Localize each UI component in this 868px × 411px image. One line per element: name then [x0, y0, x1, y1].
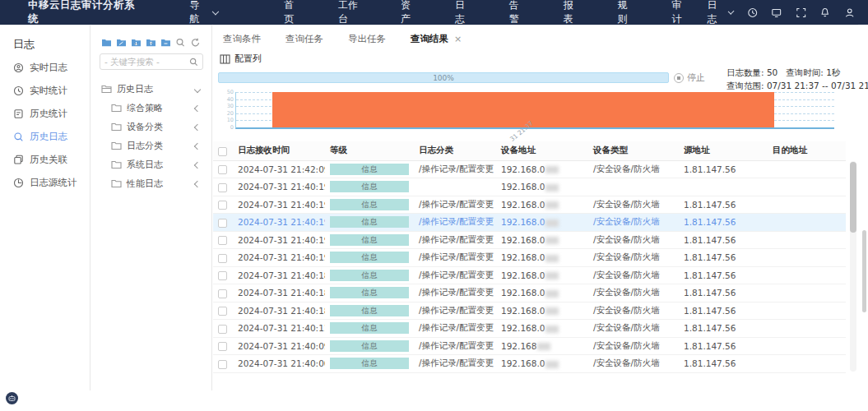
configure-columns-button[interactable]: 配置列 — [220, 53, 262, 65]
cell-device-addr: 192.168.0 — [496, 302, 588, 320]
menu-item-workbench[interactable]: 工作台 — [319, 0, 382, 26]
cell-dst-addr — [768, 355, 846, 373]
row-checkbox[interactable] — [218, 325, 227, 334]
menu-item-logs[interactable]: 日志 — [436, 0, 490, 26]
table-row[interactable]: 2024-07-31 21:42:09 715信息/操作记录/配置变更192.1… — [213, 160, 846, 178]
sidebar-item-history-log[interactable]: 历史日志 — [13, 127, 90, 145]
table-row[interactable]: 2024-07-31 21:40:18 914信息/操作记录/配置变更192.1… — [213, 266, 846, 284]
row-checkbox[interactable] — [218, 307, 227, 316]
table-scrollbar[interactable] — [850, 161, 856, 372]
page-scrollbar[interactable] — [862, 25, 866, 411]
tree-toolbar — [101, 35, 211, 45]
tree-node-performance-log[interactable]: 性能日志 — [91, 174, 211, 193]
chevron-collapse-icon[interactable] — [194, 142, 201, 149]
chevron-down-icon[interactable] — [194, 85, 201, 92]
table-row[interactable]: 2024-07-31 21:40:19 516信息/操作记录/配置变更192.1… — [213, 196, 846, 214]
sidebar-item-history-relation[interactable]: 历史关联 — [13, 150, 90, 169]
tab-query-results[interactable]: 查询结果 × — [411, 33, 462, 45]
cell-device-addr: 192.168.0 — [496, 320, 588, 338]
cell-src-addr: 1.81.147.56 — [679, 266, 768, 284]
cell-device-type: /安全设备/防火墙 — [588, 231, 679, 249]
search-icon[interactable] — [189, 58, 198, 67]
tab-query-conditions[interactable]: 查询条件 — [223, 33, 261, 45]
table-row[interactable]: 2024-07-31 21:40:18 897信息/操作记录/配置变更192.1… — [213, 302, 846, 320]
row-checkbox[interactable] — [218, 236, 227, 245]
row-checkbox[interactable] — [218, 254, 227, 263]
cell-log-category: /操作记录/配置变更 — [414, 284, 496, 302]
table-row[interactable]: 2024-07-31 21:40:11 248信息/操作记录/配置变更192.1… — [213, 320, 846, 338]
cell-device-addr: 192.168.0 — [496, 266, 588, 284]
table-row[interactable]: 2024-07-31 21:40:06 882信息/操作记录/配置变更192.1… — [213, 355, 846, 373]
level-badge: 信息 — [330, 270, 409, 281]
page-scrollbar-thumb[interactable] — [862, 230, 866, 312]
nav-dropdown[interactable]: 导航 — [189, 0, 217, 26]
sidebar-item-log-source-stats[interactable]: 日志源统计 — [13, 173, 90, 192]
cell-log-time: 2024-07-31 21:40:18 914 — [233, 266, 325, 284]
menu-item-audit[interactable]: 审计 — [653, 0, 708, 26]
tree-node-history-log[interactable]: 历史日志 — [91, 80, 211, 99]
topbar-right-cluster: 日志 — [708, 0, 855, 26]
table-scrollbar-thumb[interactable] — [850, 162, 856, 233]
fullscreen-icon[interactable] — [796, 7, 806, 19]
refresh-icon[interactable] — [190, 35, 201, 45]
folder-icon — [111, 141, 122, 150]
folder-delete-icon[interactable] — [160, 35, 171, 45]
chevron-collapse-icon[interactable] — [194, 161, 201, 168]
row-checkbox[interactable] — [218, 342, 227, 351]
row-checkbox[interactable] — [218, 219, 227, 228]
tree-node-system-log[interactable]: 系统日志 — [91, 155, 211, 174]
search-icon[interactable] — [175, 35, 186, 45]
chevron-collapse-icon[interactable] — [194, 104, 201, 111]
row-checkbox[interactable] — [218, 271, 227, 280]
context-dropdown[interactable]: 日志 — [708, 0, 734, 26]
row-checkbox[interactable] — [218, 165, 227, 174]
tree-node-composite-policy[interactable]: 综合策略 — [91, 99, 211, 118]
level-badge: 信息 — [330, 199, 409, 210]
cell-log-time: 2024-07-31 21:40:18 897 — [233, 302, 325, 320]
chevron-collapse-icon[interactable] — [194, 180, 201, 187]
sidebar-item-label: 历史关联 — [30, 154, 67, 166]
select-all-checkbox[interactable] — [218, 147, 227, 156]
close-icon[interactable]: × — [454, 34, 462, 44]
clock-icon[interactable] — [747, 7, 758, 19]
table-row[interactable]: 2024-07-31 21:40:09 329信息/操作记录/配置变更192.1… — [213, 337, 846, 355]
tree-node-device-category[interactable]: 设备分类 — [91, 118, 211, 136]
tab-query-tasks[interactable]: 查询任务 — [285, 33, 323, 45]
folder-add-icon[interactable] — [101, 35, 112, 45]
cell-dst-addr — [768, 231, 846, 249]
menu-item-assets[interactable]: 资产 — [382, 0, 436, 26]
folder-edit-icon[interactable] — [116, 35, 127, 45]
menu-item-rules[interactable]: 规则 — [599, 0, 653, 26]
row-checkbox[interactable] — [218, 183, 227, 192]
table-row[interactable]: 2024-07-31 21:40:19 564信息192.168.0 — [213, 178, 846, 196]
sidebar-item-history-stats[interactable]: 历史统计 — [13, 104, 90, 122]
table-row[interactable]: 2024-07-31 21:40:19 008信息/操作记录/配置变更192.1… — [213, 249, 846, 267]
menu-item-reports[interactable]: 报表 — [545, 0, 599, 26]
tree-node-label: 历史日志 — [117, 83, 153, 95]
sidebar-item-realtime-stats[interactable]: 实时统计 — [13, 81, 90, 99]
table-row[interactable]: 2024-07-31 21:40:19 516信息/操作记录/配置变更192.1… — [213, 214, 846, 232]
tab-export-tasks[interactable]: 导出任务 — [348, 33, 386, 45]
stop-button[interactable]: 停止 — [674, 72, 705, 84]
realtime-log-icon — [13, 62, 24, 73]
menu-item-home[interactable]: 首页 — [265, 0, 319, 26]
cell-log-time: 2024-07-31 21:40:19 516 — [233, 196, 325, 214]
monitor-icon[interactable] — [771, 7, 782, 19]
table-row[interactable]: 2024-07-31 21:40:19 059信息/操作记录/配置变更192.1… — [213, 231, 846, 249]
assistant-floating-button[interactable] — [6, 392, 18, 404]
row-checkbox[interactable] — [218, 360, 227, 369]
row-checkbox[interactable] — [218, 289, 227, 298]
table-row[interactable]: 2024-07-31 21:40:18 914信息/操作记录/配置变更192.1… — [213, 284, 846, 302]
folder-import-icon[interactable] — [131, 35, 142, 45]
chevron-collapse-icon[interactable] — [194, 123, 201, 130]
keyword-search-input[interactable] — [104, 57, 189, 67]
sidebar-item-realtime-log[interactable]: 实时日志 — [13, 58, 90, 76]
bell-icon[interactable] — [819, 7, 830, 19]
folder-export-icon[interactable] — [146, 35, 156, 45]
user-icon[interactable] — [844, 7, 855, 19]
tree-node-log-category[interactable]: 日志分类 — [91, 136, 211, 155]
row-checkbox[interactable] — [218, 201, 227, 210]
robot-icon — [8, 395, 16, 402]
menu-item-alerts[interactable]: 告警 — [490, 0, 545, 26]
tab-label: 查询结果 — [411, 33, 448, 45]
